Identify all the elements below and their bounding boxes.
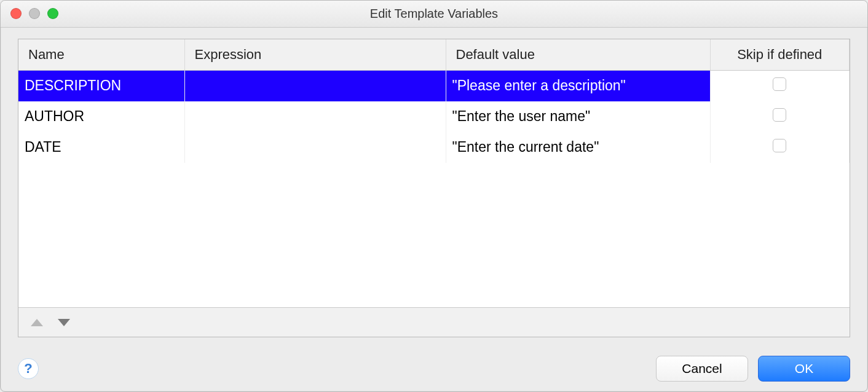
skip-checkbox[interactable] bbox=[773, 139, 786, 152]
reorder-toolbar bbox=[18, 307, 850, 337]
window-controls bbox=[10, 8, 58, 19]
cell-name[interactable]: DESCRIPTION bbox=[18, 71, 184, 101]
help-button[interactable]: ? bbox=[18, 358, 39, 379]
cell-name[interactable]: DATE bbox=[18, 132, 184, 163]
cell-skip[interactable] bbox=[710, 132, 850, 163]
table-row[interactable]: DESCRIPTION"Please enter a description" bbox=[18, 71, 850, 101]
content-panel: Name Expression Default value Skip if de… bbox=[18, 39, 850, 337]
window-title: Edit Template Variables bbox=[1, 7, 867, 21]
title-bar: Edit Template Variables bbox=[1, 1, 867, 28]
variables-table[interactable]: Name Expression Default value Skip if de… bbox=[18, 39, 850, 163]
cell-skip[interactable] bbox=[710, 101, 850, 132]
close-icon[interactable] bbox=[10, 8, 22, 19]
cell-default-value[interactable]: "Enter the current date" bbox=[446, 132, 710, 163]
zoom-icon[interactable] bbox=[47, 8, 58, 19]
column-header-skip[interactable]: Skip if defined bbox=[710, 39, 850, 71]
move-up-icon[interactable] bbox=[31, 319, 43, 326]
table-row[interactable]: DATE"Enter the current date" bbox=[18, 132, 850, 163]
cell-skip[interactable] bbox=[710, 71, 850, 101]
help-icon: ? bbox=[24, 361, 32, 377]
minimize-icon[interactable] bbox=[29, 8, 40, 19]
cell-expression[interactable] bbox=[184, 132, 446, 163]
cancel-button[interactable]: Cancel bbox=[656, 356, 748, 382]
cell-name[interactable]: AUTHOR bbox=[18, 101, 184, 132]
table-header-row: Name Expression Default value Skip if de… bbox=[18, 39, 850, 71]
skip-checkbox[interactable] bbox=[773, 77, 786, 91]
cell-expression[interactable] bbox=[184, 71, 446, 101]
cell-default-value[interactable]: "Please enter a description" bbox=[446, 71, 710, 101]
dialog-window: Edit Template Variables Name Expression … bbox=[0, 0, 868, 392]
move-down-icon[interactable] bbox=[58, 319, 70, 326]
cell-default-value[interactable]: "Enter the user name" bbox=[446, 101, 710, 132]
variables-table-wrapper: Name Expression Default value Skip if de… bbox=[18, 39, 850, 307]
column-header-expression[interactable]: Expression bbox=[184, 39, 446, 71]
cell-expression[interactable] bbox=[184, 101, 446, 132]
column-header-default[interactable]: Default value bbox=[446, 39, 710, 71]
ok-button[interactable]: OK bbox=[758, 356, 850, 382]
column-header-name[interactable]: Name bbox=[18, 39, 184, 71]
table-row[interactable]: AUTHOR"Enter the user name" bbox=[18, 101, 850, 132]
dialog-footer: ? Cancel OK bbox=[1, 346, 867, 391]
skip-checkbox[interactable] bbox=[773, 108, 786, 122]
